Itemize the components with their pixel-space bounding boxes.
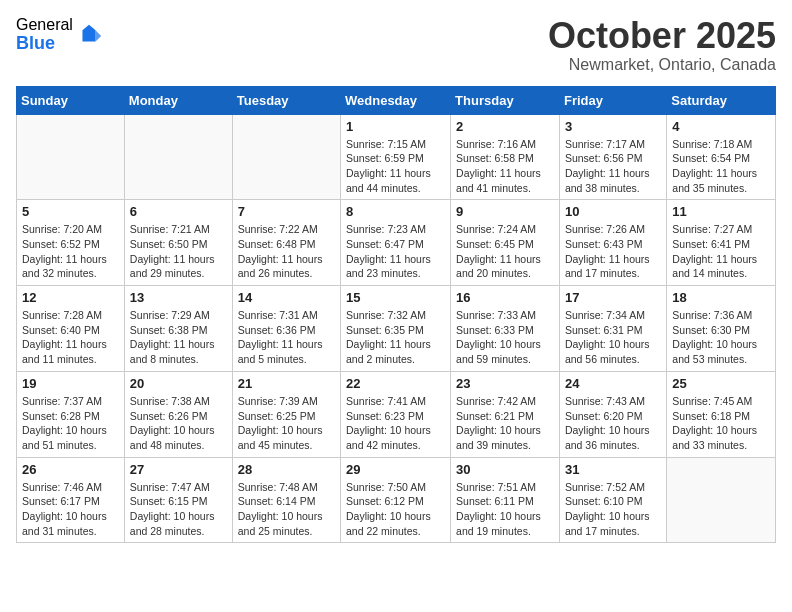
logo: General Blue — [16, 16, 103, 53]
day-number: 15 — [346, 290, 445, 305]
svg-marker-1 — [95, 30, 101, 41]
calendar-cell: 31Sunrise: 7:52 AM Sunset: 6:10 PM Dayli… — [559, 457, 666, 543]
calendar-cell: 12Sunrise: 7:28 AM Sunset: 6:40 PM Dayli… — [17, 286, 125, 372]
day-number: 23 — [456, 376, 554, 391]
day-info: Sunrise: 7:38 AM Sunset: 6:26 PM Dayligh… — [130, 394, 227, 453]
calendar-cell: 4Sunrise: 7:18 AM Sunset: 6:54 PM Daylig… — [667, 114, 776, 200]
day-info: Sunrise: 7:27 AM Sunset: 6:41 PM Dayligh… — [672, 222, 770, 281]
month-title: October 2025 — [548, 16, 776, 56]
svg-marker-0 — [82, 24, 95, 41]
day-info: Sunrise: 7:43 AM Sunset: 6:20 PM Dayligh… — [565, 394, 661, 453]
calendar-cell: 17Sunrise: 7:34 AM Sunset: 6:31 PM Dayli… — [559, 286, 666, 372]
calendar-cell: 22Sunrise: 7:41 AM Sunset: 6:23 PM Dayli… — [341, 371, 451, 457]
day-number: 27 — [130, 462, 227, 477]
calendar-table: SundayMondayTuesdayWednesdayThursdayFrid… — [16, 86, 776, 544]
day-number: 30 — [456, 462, 554, 477]
calendar-cell: 2Sunrise: 7:16 AM Sunset: 6:58 PM Daylig… — [451, 114, 560, 200]
calendar-cell: 26Sunrise: 7:46 AM Sunset: 6:17 PM Dayli… — [17, 457, 125, 543]
calendar-cell: 9Sunrise: 7:24 AM Sunset: 6:45 PM Daylig… — [451, 200, 560, 286]
day-number: 19 — [22, 376, 119, 391]
day-info: Sunrise: 7:22 AM Sunset: 6:48 PM Dayligh… — [238, 222, 335, 281]
day-number: 10 — [565, 204, 661, 219]
day-info: Sunrise: 7:17 AM Sunset: 6:56 PM Dayligh… — [565, 137, 661, 196]
day-info: Sunrise: 7:52 AM Sunset: 6:10 PM Dayligh… — [565, 480, 661, 539]
day-info: Sunrise: 7:42 AM Sunset: 6:21 PM Dayligh… — [456, 394, 554, 453]
calendar-cell: 15Sunrise: 7:32 AM Sunset: 6:35 PM Dayli… — [341, 286, 451, 372]
day-info: Sunrise: 7:50 AM Sunset: 6:12 PM Dayligh… — [346, 480, 445, 539]
calendar-cell: 21Sunrise: 7:39 AM Sunset: 6:25 PM Dayli… — [232, 371, 340, 457]
calendar-cell: 14Sunrise: 7:31 AM Sunset: 6:36 PM Dayli… — [232, 286, 340, 372]
calendar-cell: 7Sunrise: 7:22 AM Sunset: 6:48 PM Daylig… — [232, 200, 340, 286]
day-number: 11 — [672, 204, 770, 219]
day-number: 5 — [22, 204, 119, 219]
day-info: Sunrise: 7:48 AM Sunset: 6:14 PM Dayligh… — [238, 480, 335, 539]
calendar-cell: 16Sunrise: 7:33 AM Sunset: 6:33 PM Dayli… — [451, 286, 560, 372]
day-number: 28 — [238, 462, 335, 477]
day-number: 13 — [130, 290, 227, 305]
day-info: Sunrise: 7:34 AM Sunset: 6:31 PM Dayligh… — [565, 308, 661, 367]
calendar-cell: 20Sunrise: 7:38 AM Sunset: 6:26 PM Dayli… — [124, 371, 232, 457]
calendar-cell — [17, 114, 125, 200]
calendar-cell: 30Sunrise: 7:51 AM Sunset: 6:11 PM Dayli… — [451, 457, 560, 543]
calendar-cell: 8Sunrise: 7:23 AM Sunset: 6:47 PM Daylig… — [341, 200, 451, 286]
calendar-cell: 10Sunrise: 7:26 AM Sunset: 6:43 PM Dayli… — [559, 200, 666, 286]
day-info: Sunrise: 7:28 AM Sunset: 6:40 PM Dayligh… — [22, 308, 119, 367]
day-number: 2 — [456, 119, 554, 134]
day-info: Sunrise: 7:18 AM Sunset: 6:54 PM Dayligh… — [672, 137, 770, 196]
day-info: Sunrise: 7:51 AM Sunset: 6:11 PM Dayligh… — [456, 480, 554, 539]
day-number: 20 — [130, 376, 227, 391]
calendar-cell: 28Sunrise: 7:48 AM Sunset: 6:14 PM Dayli… — [232, 457, 340, 543]
day-info: Sunrise: 7:33 AM Sunset: 6:33 PM Dayligh… — [456, 308, 554, 367]
weekday-header-sunday: Sunday — [17, 86, 125, 114]
logo-blue: Blue — [16, 34, 73, 54]
day-number: 7 — [238, 204, 335, 219]
day-info: Sunrise: 7:47 AM Sunset: 6:15 PM Dayligh… — [130, 480, 227, 539]
day-info: Sunrise: 7:21 AM Sunset: 6:50 PM Dayligh… — [130, 222, 227, 281]
day-number: 26 — [22, 462, 119, 477]
weekday-header-saturday: Saturday — [667, 86, 776, 114]
calendar-week-row: 26Sunrise: 7:46 AM Sunset: 6:17 PM Dayli… — [17, 457, 776, 543]
day-info: Sunrise: 7:26 AM Sunset: 6:43 PM Dayligh… — [565, 222, 661, 281]
day-info: Sunrise: 7:23 AM Sunset: 6:47 PM Dayligh… — [346, 222, 445, 281]
day-number: 4 — [672, 119, 770, 134]
logo-icon — [75, 21, 103, 49]
day-number: 1 — [346, 119, 445, 134]
day-number: 9 — [456, 204, 554, 219]
day-number: 3 — [565, 119, 661, 134]
day-info: Sunrise: 7:46 AM Sunset: 6:17 PM Dayligh… — [22, 480, 119, 539]
calendar-week-row: 5Sunrise: 7:20 AM Sunset: 6:52 PM Daylig… — [17, 200, 776, 286]
day-number: 18 — [672, 290, 770, 305]
day-number: 6 — [130, 204, 227, 219]
day-info: Sunrise: 7:15 AM Sunset: 6:59 PM Dayligh… — [346, 137, 445, 196]
day-number: 29 — [346, 462, 445, 477]
weekday-header-row: SundayMondayTuesdayWednesdayThursdayFrid… — [17, 86, 776, 114]
day-info: Sunrise: 7:37 AM Sunset: 6:28 PM Dayligh… — [22, 394, 119, 453]
calendar-cell: 19Sunrise: 7:37 AM Sunset: 6:28 PM Dayli… — [17, 371, 125, 457]
day-number: 31 — [565, 462, 661, 477]
day-number: 17 — [565, 290, 661, 305]
day-number: 24 — [565, 376, 661, 391]
day-info: Sunrise: 7:16 AM Sunset: 6:58 PM Dayligh… — [456, 137, 554, 196]
day-info: Sunrise: 7:36 AM Sunset: 6:30 PM Dayligh… — [672, 308, 770, 367]
day-info: Sunrise: 7:41 AM Sunset: 6:23 PM Dayligh… — [346, 394, 445, 453]
page-header: General Blue October 2025 Newmarket, Ont… — [16, 16, 776, 74]
calendar-cell: 5Sunrise: 7:20 AM Sunset: 6:52 PM Daylig… — [17, 200, 125, 286]
weekday-header-friday: Friday — [559, 86, 666, 114]
day-number: 14 — [238, 290, 335, 305]
day-number: 21 — [238, 376, 335, 391]
calendar-cell: 1Sunrise: 7:15 AM Sunset: 6:59 PM Daylig… — [341, 114, 451, 200]
day-number: 16 — [456, 290, 554, 305]
day-number: 12 — [22, 290, 119, 305]
calendar-cell: 18Sunrise: 7:36 AM Sunset: 6:30 PM Dayli… — [667, 286, 776, 372]
title-block: October 2025 Newmarket, Ontario, Canada — [548, 16, 776, 74]
day-number: 8 — [346, 204, 445, 219]
calendar-cell — [667, 457, 776, 543]
calendar-cell: 27Sunrise: 7:47 AM Sunset: 6:15 PM Dayli… — [124, 457, 232, 543]
day-number: 22 — [346, 376, 445, 391]
day-info: Sunrise: 7:31 AM Sunset: 6:36 PM Dayligh… — [238, 308, 335, 367]
calendar-cell: 24Sunrise: 7:43 AM Sunset: 6:20 PM Dayli… — [559, 371, 666, 457]
day-info: Sunrise: 7:32 AM Sunset: 6:35 PM Dayligh… — [346, 308, 445, 367]
day-info: Sunrise: 7:39 AM Sunset: 6:25 PM Dayligh… — [238, 394, 335, 453]
weekday-header-thursday: Thursday — [451, 86, 560, 114]
calendar-cell — [124, 114, 232, 200]
